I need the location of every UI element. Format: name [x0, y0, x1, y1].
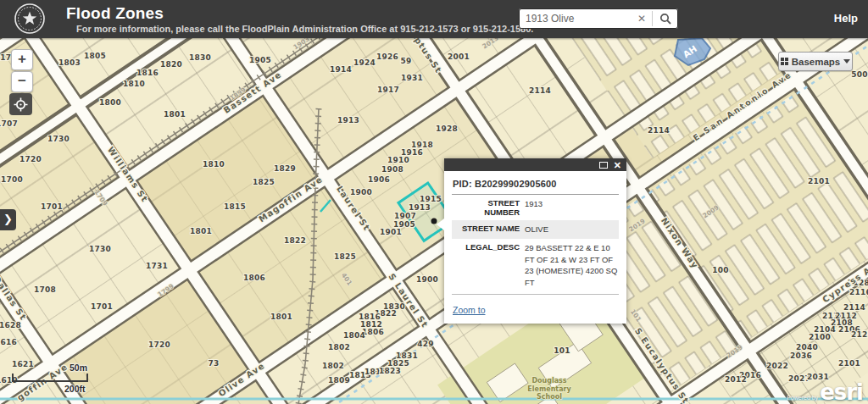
row-label: STREET NUMBER [452, 198, 525, 217]
lot-number-label: 2114 [843, 303, 865, 312]
row-label: LEGAL_DESC [452, 242, 525, 289]
lot-number-label: 1803 [58, 58, 81, 67]
lot-number-label: 59 [401, 57, 412, 65]
zoom-out-button[interactable]: − [11, 71, 33, 92]
lot-number-label: 2123 [851, 330, 868, 339]
lot-number-label: 1910 [387, 156, 409, 164]
lot-number-label: 2114 [529, 86, 551, 95]
table-row: STREET NUMBER 1913 [452, 195, 619, 220]
lot-number-label: 1907 [394, 212, 416, 220]
lot-number-label: 1800 [99, 98, 121, 107]
lot-number-label: 1804 [343, 331, 365, 340]
lot-number-label: 101 [554, 346, 570, 355]
powered-by-label: Powered by [787, 395, 818, 401]
lot-number-label: 1913 [337, 116, 359, 125]
popup-title-bar[interactable]: ✕ [444, 158, 626, 171]
lot-number-label: 1924 [353, 58, 376, 67]
target-icon [14, 97, 28, 112]
lot-number-label: 1917 [377, 86, 399, 94]
sidebar-expander-button[interactable]: ❯ [0, 209, 16, 230]
lot-number-label: 1825 [387, 359, 409, 368]
search-button[interactable] [653, 8, 678, 29]
attribution: Powered byesri [787, 381, 863, 403]
lot-number-label: 2022 [766, 362, 788, 370]
lot-number-label: 1820 [160, 60, 182, 69]
lot-number-label: 1801 [270, 313, 292, 321]
app-header: Flood Zones For more information, please… [0, 0, 868, 38]
lot-number-label: 1701 [91, 302, 113, 311]
esri-logo: esri [820, 379, 863, 404]
lot-number-label: 1616 [0, 338, 17, 346]
lot-number-label: 1707 [0, 119, 18, 128]
basemaps-button[interactable]: Basemaps [778, 52, 853, 71]
lot-number-label: 1810 [203, 160, 225, 169]
lot-number-label: 1806 [243, 274, 265, 282]
search-icon [659, 13, 671, 25]
geolocate-button[interactable] [9, 93, 32, 115]
zoom-to-link[interactable]: Zoom to [453, 305, 486, 315]
scale-imperial-label: 200ft [64, 384, 86, 394]
search-input[interactable] [519, 13, 632, 25]
lot-number-label: 1701 [41, 202, 63, 211]
lot-number-label: 1730 [47, 135, 70, 143]
lot-number-label: 1926 [376, 53, 398, 61]
lot-number-label: 1829 [274, 164, 296, 173]
clear-search-icon[interactable]: ✕ [632, 13, 652, 25]
lot-number-label: 1830 [189, 53, 211, 62]
parcel-pid: PID: B20299902905600 [452, 177, 619, 195]
help-link[interactable]: Help [834, 12, 858, 25]
lot-number-label: 1806 [362, 328, 384, 336]
lot-number-label: 2012 [725, 375, 747, 384]
zoom-in-button[interactable]: + [11, 49, 33, 70]
lot-number-label: 2001 [448, 53, 470, 61]
lot-number-label: 2036 [790, 351, 812, 360]
lot-number-label: 1831 [396, 351, 418, 360]
lot-number-label: 1900 [350, 188, 372, 196]
city-seal-logo [14, 3, 46, 35]
lot-number-label: 1908 [381, 165, 403, 174]
lot-number-label: 1900 [416, 275, 438, 284]
lot-number-label: 1802 [328, 343, 350, 351]
maximize-icon[interactable] [599, 162, 608, 169]
lot-number-label: 1914 [330, 65, 352, 74]
lot-number-label: 1931 [401, 74, 423, 82]
lot-number-label: 2116 [849, 288, 868, 296]
scale-bar-line [12, 374, 88, 382]
lot-number-label: 1809 [328, 376, 350, 385]
lot-number-label: 2101 [838, 359, 860, 368]
divider [452, 294, 619, 295]
lot-number-label: 1720 [148, 340, 170, 349]
school-name-label: Elementary [527, 385, 571, 393]
lot-number-label: 1815 [224, 202, 246, 211]
lot-number-label: 500 [851, 70, 867, 79]
lot-number-label: 1730 [89, 245, 111, 253]
lot-number-label: 100 [712, 266, 728, 274]
row-value: 29 BASSETT 22 & E 10 FT OF 21 & W 23 FT … [525, 242, 619, 289]
lot-number-label: 1621 [12, 360, 34, 368]
school-name-label: Douglass [531, 377, 566, 385]
lot-number-label: 1901 [380, 228, 402, 236]
lot-number-label: 1700 [1, 175, 23, 184]
search-box: ✕ [519, 8, 678, 29]
lot-number-label: 1628 [0, 321, 21, 329]
lot-number-label: 1805 [84, 52, 106, 60]
lot-number-label: 1802 [322, 362, 344, 370]
lot-number-label: 429 [417, 340, 433, 348]
popup-body: PID: B20299902905600 STREET NUMBER 1913 … [444, 171, 626, 324]
lot-number-label: 2040 [796, 343, 818, 351]
scale-metric-label: 50m [70, 362, 87, 373]
parcel-info-popup: ✕ PID: B20299902905600 STREET NUMBER 191… [444, 158, 626, 324]
page-subtitle: For more information, please call the Fl… [76, 24, 533, 34]
lot-number-label: 1720 [19, 155, 42, 163]
flood-zones-app: AH 1899179920192019200920131903170940110… [0, 0, 868, 404]
close-icon[interactable]: ✕ [614, 161, 621, 169]
lot-number-label: 1905 [249, 56, 271, 64]
lot-number-label: 1801 [190, 227, 212, 235]
map-canvas[interactable]: AH 1899179920192019200920131903170940110… [0, 0, 868, 404]
row-label: STREET NAME [452, 224, 525, 235]
lot-number-label: 1928 [436, 125, 458, 133]
lot-number-label: 1823 [379, 367, 401, 375]
table-row: STREET NAME OLIVE [452, 220, 619, 239]
lot-number-label: 2114 [648, 126, 670, 135]
school-name-label: School [537, 393, 562, 401]
